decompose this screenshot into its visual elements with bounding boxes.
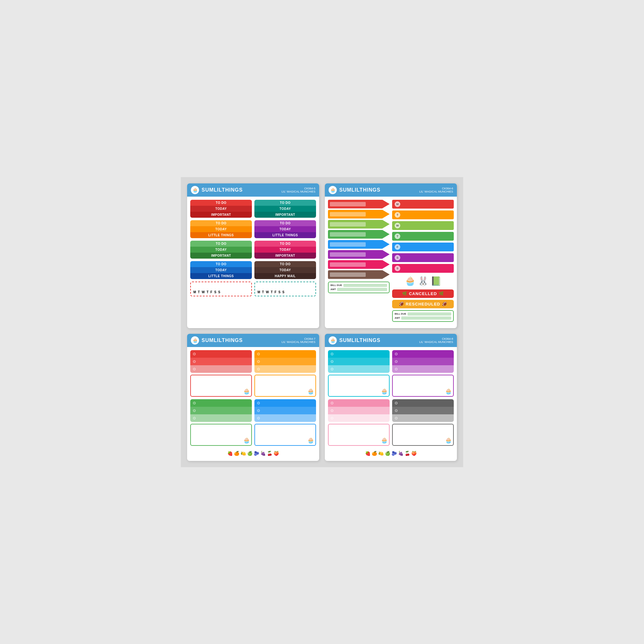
cupcake-green: 🧁 [243,437,250,444]
tracker-red: MTWTFSS [190,281,252,296]
bill-due-row: BILL DUE [330,284,387,287]
sheet-3: 🧁 SUMLILTHINGS CK064-7 LIL' MAGICAL MUNC… [187,334,319,461]
mickey-row-9: ⊙ [190,414,252,422]
day-m: M [392,200,454,208]
logo-1: 🧁 [191,186,199,194]
mickey-icon-11: ⊙ [257,408,260,413]
cupcake-3: 📗 [430,276,441,286]
sheet-2-content: BILL DUE AMT M T W [325,197,457,325]
todo-row: TO DO [254,241,316,247]
today-row: TODAY [254,247,316,252]
sheet-4-footer: 🍓🍊🍋🍏🫐🍇🍒🍑 [325,449,457,458]
sheet-4: 🧁 SUMLILTHINGS CK064-8 LIL' MAGICAL MUNC… [325,334,457,461]
sheet-4-code: CK064-8 LIL' MAGICAL MUNCHIES [419,337,453,344]
cupcake-pink: 🧁 [381,437,388,444]
sheet-1-content: TO DO TODAY IMPORTANT TO DO TODAY IMPORT… [187,197,319,299]
mickey-row-4: ⊙ [254,350,316,358]
mickey-icon-2: ⊙ [193,359,196,364]
mickey-pink-section: ⊙ ⊙ ⊙ 🧁 [328,399,390,446]
today-row: TODAY [254,206,316,212]
bill-amt-row-2: AMT [395,316,451,319]
rescheduled-sticker: 🏈 RESCHEDULED 🏈 [392,300,454,308]
mickey-row-p1: ⊙ [392,350,454,358]
arrow-column: BILL DUE AMT [328,200,390,322]
sheet-2-title: SUMLILTHINGS [339,187,380,193]
todo-blue: TO DO TODAY LITTLE THINGS [190,261,252,279]
mickey-pink-rows: ⊙ ⊙ ⊙ [328,399,390,422]
today-row: TODAY [254,267,316,273]
mickey-row-2: ⊙ [190,358,252,365]
mickey-icon-8: ⊙ [193,408,196,413]
mickey-icon-pk3: ⊙ [330,416,334,420]
today-row: TODAY [190,226,252,232]
todo-orange: TO DO TODAY LITTLE THINGS [190,220,252,238]
mickey-icon-t3: ⊙ [330,367,334,371]
mickey-row-t2: ⊙ [328,358,390,365]
cupcake-gray: 🧁 [445,437,452,444]
tracker-days-red: MTWTFSS [193,290,249,294]
label-row: LITTLE THINGS [190,273,252,279]
mickey-gray-section: ⊙ ⊙ ⊙ 🧁 [392,399,454,446]
mickey-icon-t2: ⊙ [330,359,334,364]
logo-3: 🧁 [191,336,199,345]
today-row: TODAY [190,267,252,273]
mickey-red-rows: ⊙ ⊙ ⊙ [190,350,252,373]
arrow-red [328,200,390,208]
rescheduled-text: RESCHEDULED [406,302,440,306]
todo-row: TO DO [190,261,252,267]
mickey-red-box: 🧁 [190,375,252,397]
cupcake-purple: 🧁 [445,388,452,395]
sheet-1-header: 🧁 SUMLILTHINGS CK064-5 LIL' MAGICAL MUNC… [187,183,319,197]
sheet-2-header: 🧁 SUMLILTHINGS CK064-6 LIL' MAGICAL MUNC… [325,183,457,197]
mickey-purple-section: ⊙ ⊙ ⊙ 🧁 [392,350,454,397]
day-f: F [392,242,454,251]
sheet-2: 🧁 SUMLILTHINGS CK064-6 LIL' MAGICAL MUNC… [325,183,457,328]
day-w: W [392,221,454,230]
sheet-3-content: ⊙ ⊙ ⊙ 🧁 ⊙ [187,347,319,449]
tracker-teal: MTWTFSS [254,281,316,296]
cancelled-sticker: 🌿 CANCELLED 🌿 [392,289,454,298]
mickey-orange-rows: ⊙ ⊙ ⊙ [254,350,316,373]
label-row: IMPORTANT [190,252,252,258]
todo-teal: TO DO TODAY IMPORTANT [254,200,316,218]
mickey-icon-g2: ⊙ [395,408,398,413]
mickey-green-rows: ⊙ ⊙ ⊙ [190,399,252,422]
arrow-purple [328,250,390,259]
logo-4: 🧁 [329,336,337,345]
mickey-green-section: ⊙ ⊙ ⊙ 🧁 [190,399,252,446]
label-row: LITTLE THINGS [190,232,252,238]
day-t2: T [392,232,454,241]
todo-purple: TO DO TODAY LITTLE THINGS [254,220,316,238]
mickey-icon-g1: ⊙ [395,401,398,405]
mickey-orange-box: 🧁 [254,375,316,397]
mickey-icon-5: ⊙ [257,359,260,364]
mickey-red-section: ⊙ ⊙ ⊙ 🧁 [190,350,252,397]
day-s2: S [392,264,454,273]
mickey-row-1: ⊙ [190,350,252,358]
label-row: IMPORTANT [254,252,316,258]
todo-row: TO DO [190,241,252,247]
mickey-pink-box: 🧁 [328,424,390,446]
sheet-3-code: CK064-7 LIL' MAGICAL MUNCHIES [282,337,315,344]
todo-row: TO DO [254,220,316,226]
mickey-row-pk1: ⊙ [328,399,390,407]
sheet-3-footer: 🍓🍊🍋🍏🫐🍇🍒🍑 [187,449,319,458]
mickey-icon-9: ⊙ [193,416,196,420]
todo-pink: TO DO TODAY IMPORTANT [254,241,316,258]
label-row: HAPPY MAIL [254,273,316,279]
mickey-purple-box: 🧁 [392,375,454,397]
sheet-3-header: 🧁 SUMLILTHINGS CK064-7 LIL' MAGICAL MUNC… [187,334,319,347]
cupcake-chars: 🧁 🐰 📗 [392,276,454,286]
mickey-icon-6: ⊙ [257,367,260,371]
mickey-purple-rows: ⊙ ⊙ ⊙ [392,350,454,373]
bill-sticker-2: BILL DUE AMT [392,310,454,322]
arrow-orange [328,210,390,219]
sheet-3-title: SUMLILTHINGS [202,338,243,343]
cupcake-orange: 🧁 [307,388,314,395]
mickey-blue-rows: ⊙ ⊙ ⊙ [254,399,316,422]
mickey-row-8: ⊙ [190,407,252,414]
tracker-grid: MTWTFSS MTWTFSS [190,281,316,296]
mickey-green-box: 🧁 [190,424,252,446]
arrow-pink [328,260,390,269]
days-column: M T W T F S S [392,200,454,322]
